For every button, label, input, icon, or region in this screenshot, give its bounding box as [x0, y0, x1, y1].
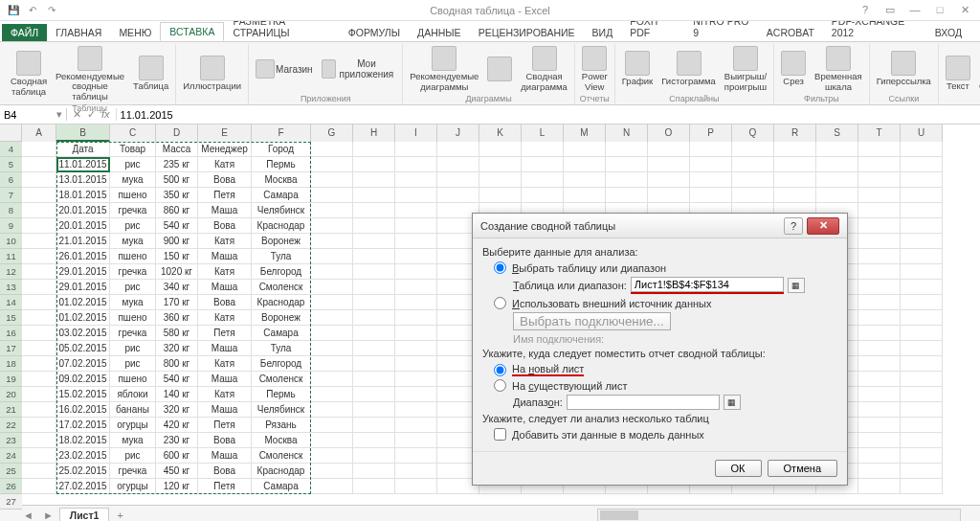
- cell[interactable]: 580 кг: [156, 326, 198, 341]
- col-header[interactable]: G: [311, 125, 353, 142]
- cell[interactable]: Смоленск: [252, 280, 311, 295]
- cell[interactable]: [901, 402, 943, 418]
- cell[interactable]: [479, 172, 522, 188]
- horizontal-scrollbar[interactable]: [597, 509, 961, 522]
- cell[interactable]: 120 кг: [156, 479, 198, 494]
- cell[interactable]: [22, 264, 56, 280]
- cell[interactable]: 540 кг: [156, 218, 198, 234]
- cell[interactable]: Челябинск: [252, 402, 311, 418]
- ribbon-btn[interactable]: Гиперссылка: [874, 49, 934, 88]
- cell[interactable]: [353, 203, 395, 218]
- cell[interactable]: 29.01.2015: [56, 280, 110, 295]
- cell[interactable]: [22, 218, 56, 234]
- cell[interactable]: [816, 172, 858, 188]
- cell[interactable]: [311, 310, 353, 326]
- cell[interactable]: [437, 172, 479, 188]
- cell[interactable]: [858, 188, 901, 203]
- cell[interactable]: [22, 203, 56, 218]
- cell[interactable]: [901, 280, 943, 295]
- cell[interactable]: 230 кг: [156, 433, 198, 448]
- cell[interactable]: [22, 157, 56, 172]
- cell[interactable]: [311, 249, 353, 264]
- cell[interactable]: [606, 188, 648, 203]
- close-icon[interactable]: ✕: [953, 2, 976, 17]
- cell[interactable]: [395, 188, 437, 203]
- cell[interactable]: 25.02.2015: [56, 464, 110, 479]
- cell[interactable]: Катя: [198, 234, 252, 249]
- cell[interactable]: [816, 142, 858, 157]
- cell[interactable]: Маша: [198, 341, 252, 356]
- col-header[interactable]: J: [437, 125, 479, 142]
- ribbon-btn[interactable]: Мои приложения: [319, 57, 399, 81]
- qat-save-icon[interactable]: 💾: [6, 2, 21, 17]
- cell[interactable]: [353, 172, 395, 188]
- cell[interactable]: [395, 310, 437, 326]
- cell[interactable]: [858, 234, 901, 249]
- cell[interactable]: [395, 142, 437, 157]
- col-header[interactable]: D: [156, 125, 198, 142]
- cell[interactable]: [858, 310, 901, 326]
- cell[interactable]: [311, 264, 353, 280]
- cell[interactable]: [311, 372, 353, 387]
- cell[interactable]: Вова: [198, 464, 252, 479]
- cell[interactable]: 450 кг: [156, 464, 198, 479]
- cell[interactable]: [437, 188, 479, 203]
- col-header[interactable]: Q: [732, 125, 774, 142]
- cell[interactable]: 03.02.2015: [56, 326, 110, 341]
- cell[interactable]: [858, 264, 901, 280]
- col-header[interactable]: B: [56, 125, 110, 142]
- cancel-formula-icon[interactable]: ✕: [71, 108, 83, 121]
- cell[interactable]: [858, 433, 901, 448]
- col-header[interactable]: F: [252, 125, 311, 142]
- row-header[interactable]: 8: [0, 203, 22, 218]
- cell[interactable]: [311, 448, 353, 464]
- dialog-close-icon[interactable]: ✕: [807, 217, 839, 235]
- cell[interactable]: Катя: [198, 157, 252, 172]
- cell[interactable]: [395, 479, 437, 494]
- cell[interactable]: [606, 157, 648, 172]
- cell[interactable]: [395, 402, 437, 418]
- cell[interactable]: [22, 234, 56, 249]
- ribbon-btn[interactable]: Временнаяшкала: [812, 44, 865, 94]
- cell[interactable]: [353, 188, 395, 203]
- cell[interactable]: [353, 341, 395, 356]
- cell[interactable]: 18.01.2015: [56, 188, 110, 203]
- cell[interactable]: [22, 341, 56, 356]
- cell[interactable]: [395, 387, 437, 402]
- cell[interactable]: [901, 356, 943, 372]
- ribbon-btn[interactable]: Символы: [976, 54, 980, 93]
- help-icon[interactable]: ?: [854, 2, 877, 17]
- cell[interactable]: [732, 188, 774, 203]
- cell[interactable]: [311, 356, 353, 372]
- cell[interactable]: 17.02.2015: [56, 418, 110, 433]
- row-header[interactable]: 20: [0, 387, 22, 402]
- cell[interactable]: [522, 157, 564, 172]
- cell[interactable]: [901, 295, 943, 310]
- cell[interactable]: Петя: [198, 188, 252, 203]
- cell[interactable]: [901, 142, 943, 157]
- cell[interactable]: [311, 464, 353, 479]
- row-header[interactable]: 25: [0, 464, 22, 479]
- col-header[interactable]: O: [648, 125, 690, 142]
- cell[interactable]: 500 кг: [156, 172, 198, 188]
- col-header[interactable]: I: [395, 125, 437, 142]
- cell[interactable]: 20.01.2015: [56, 218, 110, 234]
- cell[interactable]: гречка: [110, 203, 156, 218]
- cell[interactable]: Пермь: [252, 387, 311, 402]
- cell[interactable]: Вова: [198, 172, 252, 188]
- cell[interactable]: [22, 433, 56, 448]
- row-header[interactable]: 10: [0, 234, 22, 249]
- cell[interactable]: [901, 418, 943, 433]
- cell[interactable]: 27.02.2015: [56, 479, 110, 494]
- cell[interactable]: [774, 142, 816, 157]
- cell[interactable]: [395, 234, 437, 249]
- row-header[interactable]: 5: [0, 157, 22, 172]
- cell[interactable]: 320 кг: [156, 341, 198, 356]
- cell[interactable]: [22, 464, 56, 479]
- sheet-nav-next-icon[interactable]: ►: [39, 510, 57, 521]
- cell[interactable]: Воронеж: [252, 310, 311, 326]
- col-header[interactable]: T: [858, 125, 901, 142]
- name-box[interactable]: ▾: [0, 108, 67, 121]
- range-input[interactable]: [631, 277, 784, 292]
- cell[interactable]: [311, 188, 353, 203]
